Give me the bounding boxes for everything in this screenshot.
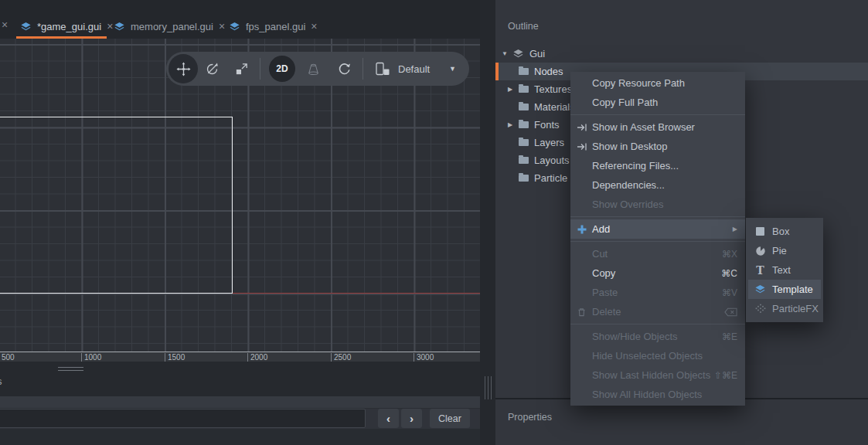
menu-item-show-in-desktop[interactable]: Show in Desktop	[570, 137, 745, 156]
chevron-left-icon: ‹	[386, 412, 390, 425]
frustum-icon	[306, 62, 321, 76]
prev-match-button[interactable]: ‹	[378, 409, 399, 428]
gui-file-icon	[20, 22, 32, 32]
frustum-culling-button[interactable]	[305, 61, 321, 76]
menu-item-referencing-files[interactable]: Referencing Files...	[570, 156, 745, 175]
clipped-tab-close-icon[interactable]: ×	[2, 19, 8, 31]
scale-tool-icon	[234, 62, 249, 76]
menu-item-hide-unselected-objects: Hide Unselected Objects	[570, 346, 745, 365]
scale-tool-button[interactable]	[233, 61, 249, 76]
clipped-edge-text: s	[0, 375, 2, 387]
rotate-tool-button[interactable]	[204, 61, 220, 76]
search-input[interactable]	[0, 409, 366, 428]
gui-file-icon	[229, 22, 240, 32]
menu-separator	[570, 324, 745, 324]
scene-toolbar: 2D Default	[166, 52, 469, 86]
tab-fps-panel[interactable]: fps_panel.gui ×	[229, 14, 318, 39]
x-axis-line	[233, 293, 480, 294]
ruler-tick: 1000	[81, 353, 101, 362]
submenu-arrow-icon	[733, 226, 737, 233]
editor-tab-bar: × *game_gui.gui × memory_panel.gui × fps…	[0, 0, 480, 39]
folder-icon	[519, 86, 529, 93]
tab-label: fps_panel.gui	[246, 21, 305, 32]
camera-orbit-button[interactable]	[336, 61, 352, 76]
chevron-down-icon[interactable]	[449, 52, 456, 86]
submenu-item-particlefx[interactable]: ParticleFX	[748, 299, 821, 318]
camera-profile-value: Default	[398, 63, 430, 75]
menu-item-copy-resource-path[interactable]: Copy Resource Path	[570, 73, 745, 93]
menu-item-show-hide-objects: Show/Hide Objects⌘E	[570, 327, 745, 346]
move-tool-icon	[176, 62, 191, 76]
toolbar-separator	[363, 58, 363, 80]
orbit-refresh-icon	[337, 62, 352, 76]
menu-item-show-in-asset-browser[interactable]: Show in Asset Browser	[570, 117, 745, 137]
gui-file-icon	[114, 22, 125, 32]
scene-canvas[interactable]: 2D Default	[0, 39, 480, 352]
horizontal-splitter-grip[interactable]	[58, 367, 83, 371]
delete-key-icon	[724, 307, 737, 317]
menu-item-copy-full-path[interactable]: Copy Full Path	[570, 93, 745, 112]
expander-closed-icon[interactable]	[508, 121, 517, 128]
device-profile-icon	[374, 62, 391, 76]
menu-item-show-last-hidden-objects: Show Last Hidden Objects⇧⌘E	[570, 365, 745, 385]
gui-scene-bounds-rect	[0, 117, 233, 294]
lower-editor-gap: s	[0, 362, 480, 396]
move-tool-button[interactable]	[168, 54, 198, 83]
ruler-tick: 500	[0, 353, 15, 362]
menu-item-cut: Cut⌘X	[570, 244, 745, 263]
tree-row-gui[interactable]: Gui	[495, 45, 868, 63]
menu-item-paste: Paste⌘V	[570, 283, 745, 302]
toolbar-separator	[260, 58, 260, 80]
menu-item-copy[interactable]: Copy⌘C	[570, 263, 745, 283]
submenu-item-text[interactable]: Text	[748, 260, 821, 280]
tab-close-icon[interactable]: ×	[219, 21, 225, 32]
ruler-tick: 2500	[331, 353, 351, 362]
plus-icon	[577, 224, 592, 235]
menu-item-show-all-hidden-objects: Show All Hidden Objects	[570, 385, 745, 404]
bottom-panel-lower-band	[0, 429, 480, 445]
folder-icon	[519, 104, 529, 110]
clear-button[interactable]: Clear	[430, 409, 470, 428]
folder-icon	[519, 121, 529, 128]
panel-divider	[480, 0, 495, 445]
trash-icon	[577, 307, 592, 318]
device-profile-button[interactable]	[373, 61, 392, 76]
box-node-icon	[754, 227, 766, 236]
menu-separator	[570, 114, 745, 115]
particlefx-node-icon	[754, 304, 766, 314]
folder-icon	[519, 68, 529, 75]
gui-scene-icon	[512, 49, 524, 59]
add-submenu: Box Pie Text Template ParticleFX	[746, 218, 823, 322]
menu-item-dependencies[interactable]: Dependencies...	[570, 175, 745, 195]
2d-mode-button[interactable]: 2D	[269, 56, 295, 82]
tab-close-icon[interactable]: ×	[311, 21, 317, 32]
submenu-item-box[interactable]: Box	[748, 222, 821, 241]
jump-to-icon	[577, 141, 592, 152]
menu-item-show-overrides: Show Overrides	[570, 195, 745, 214]
tab-game-gui[interactable]: *game_gui.gui ×	[16, 14, 107, 39]
next-match-button[interactable]: ›	[401, 409, 422, 428]
ruler-tick: 1500	[165, 353, 185, 362]
camera-profile-select[interactable]: Default	[398, 52, 430, 86]
menu-separator	[570, 216, 745, 217]
tab-close-icon[interactable]: ×	[107, 21, 113, 32]
submenu-item-pie[interactable]: Pie	[748, 241, 821, 260]
rotate-tool-icon	[205, 62, 220, 76]
expander-open-icon[interactable]	[502, 50, 511, 57]
shortcut-label: ⌘X	[722, 249, 737, 260]
expander-closed-icon[interactable]	[508, 86, 517, 93]
shortcut-label: ⇧⌘E	[714, 370, 737, 381]
vertical-splitter-grip[interactable]	[485, 376, 492, 399]
folder-icon	[519, 157, 529, 164]
shortcut-label: ⌘C	[721, 268, 737, 279]
2d-mode-label: 2D	[276, 63, 288, 74]
jump-to-icon	[577, 122, 592, 133]
bottom-console-panel: ‹ › Clear	[0, 396, 480, 445]
bottom-panel-header-band	[0, 396, 480, 409]
pie-node-icon	[754, 246, 766, 256]
menu-item-add[interactable]: Add	[570, 219, 745, 239]
text-node-icon	[754, 265, 766, 276]
tab-memory-panel[interactable]: memory_panel.gui ×	[114, 14, 225, 39]
template-node-icon	[754, 284, 766, 294]
submenu-item-template[interactable]: Template	[748, 280, 821, 299]
